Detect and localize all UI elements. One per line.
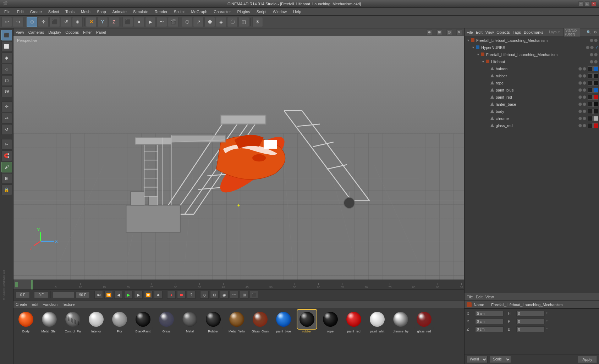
model-mode-button[interactable]: ⬛	[1, 30, 12, 40]
z-axis-button[interactable]: Z	[109, 17, 119, 27]
viewport-menu-display[interactable]: Display	[48, 30, 61, 34]
materials-menu-create[interactable]: Create	[16, 302, 27, 307]
viewport-menu-options[interactable]: Options	[65, 30, 79, 34]
tree-arrow-lifeboat[interactable]: ▼	[482, 60, 485, 64]
tree-render-lanter_base[interactable]	[583, 103, 586, 106]
tree-visibility-lifeboat[interactable]	[590, 60, 593, 64]
texture-mode-button[interactable]: ⬜	[1, 41, 12, 52]
material-item-chrome-hy[interactable]: chrome_hy	[390, 310, 412, 363]
record-button[interactable]: ●	[167, 291, 176, 299]
material-item-paint-red[interactable]: paint_red	[343, 310, 365, 363]
menubar-item-animate[interactable]: Animate	[110, 9, 130, 15]
current-frame-input[interactable]	[16, 292, 30, 298]
tree-visibility-glass_red[interactable]	[578, 124, 582, 127]
tree-render-hypernurbs[interactable]	[590, 46, 594, 49]
tree-render-freefall_obj[interactable]	[594, 53, 598, 56]
tree-render-body[interactable]	[583, 110, 586, 113]
attr-h-input[interactable]	[516, 311, 545, 316]
menubar-item-tools[interactable]: Tools	[62, 9, 77, 15]
tree-item-lifeboat[interactable]: ▼Lifeboat	[465, 58, 598, 65]
render-settings-button[interactable]: ⬛	[122, 17, 133, 27]
tree-render-freefall_mechanism[interactable]	[594, 39, 598, 42]
coord-system-select[interactable]: World Object	[467, 356, 488, 363]
motion-clip-button[interactable]: ⊞	[240, 291, 248, 299]
next-frame-button[interactable]: ⏩	[144, 291, 153, 299]
attr-menu-edit[interactable]: Edit	[476, 295, 483, 299]
frame-rate-input[interactable]	[53, 292, 74, 298]
timeline-ruler[interactable]: 051015202530354045505560657075808590	[31, 280, 464, 289]
redo-button[interactable]: ↪	[13, 17, 23, 27]
material-item-control-pa[interactable]: Control_Pa	[62, 310, 84, 363]
material-item-paint-whit[interactable]: paint_whit	[366, 310, 388, 363]
tree-item-rubber[interactable]: rubber	[465, 72, 598, 79]
go-start-button[interactable]: ⏮	[94, 291, 103, 299]
add-object-button[interactable]: ⊕	[72, 17, 83, 27]
tree-item-lanter_base[interactable]: lanter_base	[465, 101, 598, 108]
scale-tool-button[interactable]: ⬛	[49, 17, 60, 27]
magnet-button[interactable]: 🧲	[1, 150, 12, 161]
auto-key-button[interactable]: ⊡	[210, 291, 219, 299]
live-selection-button[interactable]: ✕	[86, 17, 97, 27]
tree-render-paint_red[interactable]	[583, 95, 586, 99]
settings-icon[interactable]: ⚙	[594, 30, 597, 34]
motion-button[interactable]: ◉	[220, 291, 229, 299]
scene-button[interactable]: 〇	[227, 17, 238, 27]
viewport[interactable]: Perspective	[13, 36, 464, 280]
tree-item-freefall_obj[interactable]: ▼Freefall_Lifeboat_Launching_Mechanism	[465, 51, 598, 58]
material-item-flor[interactable]: Flor	[109, 310, 131, 363]
material-item-body[interactable]: Body	[15, 310, 37, 363]
viewport-menu-filter[interactable]: Filter	[83, 30, 92, 34]
attr-b-input[interactable]	[516, 326, 545, 332]
menubar-item-help[interactable]: Help	[290, 9, 304, 15]
viewport-menu-cameras[interactable]: Cameras	[28, 30, 44, 34]
material-item-rubber[interactable]: Rubber	[202, 310, 224, 363]
material-item-metal-yello[interactable]: Metal_Yello	[226, 310, 248, 363]
maximize-button[interactable]: □	[585, 1, 590, 6]
material-item-metal[interactable]: Metal	[179, 310, 201, 363]
tree-visibility-freefall_mechanism[interactable]	[590, 39, 593, 42]
menubar-item-character[interactable]: Character	[211, 9, 233, 15]
tree-render-chrome[interactable]	[583, 117, 586, 120]
y-axis-button[interactable]: Y	[97, 17, 108, 27]
tree-render-lifeboat[interactable]	[594, 60, 598, 64]
materials-menu-edit[interactable]: Edit	[32, 302, 38, 307]
curve-button[interactable]: 〰	[230, 291, 238, 299]
tree-visibility-baloon[interactable]	[578, 67, 582, 71]
obj-menu-objects[interactable]: Objects	[496, 30, 510, 34]
paint-button[interactable]: 🖌	[1, 162, 12, 172]
undo-button[interactable]: ↩	[1, 17, 12, 27]
tree-render-baloon[interactable]	[583, 67, 586, 71]
end-frame-input[interactable]	[76, 292, 90, 298]
material-item-paint-blue[interactable]: paint_blue	[273, 310, 295, 363]
loop-button[interactable]: ?	[187, 291, 196, 299]
tree-render-rope[interactable]	[583, 81, 586, 85]
attr-y-input[interactable]	[475, 319, 504, 324]
scale-button[interactable]: ⇔	[1, 113, 12, 123]
attr-p-input[interactable]	[516, 319, 545, 324]
tree-item-paint_red[interactable]: paint_red	[465, 94, 598, 101]
obj-menu-file[interactable]: File	[467, 30, 473, 34]
tree-visibility-body[interactable]	[578, 110, 582, 113]
tree-item-rope[interactable]: rope	[465, 79, 598, 87]
attr-x-input[interactable]	[475, 311, 504, 316]
tree-render-glass_red[interactable]	[583, 124, 586, 127]
menubar-item-create[interactable]: Create	[27, 9, 45, 15]
tree-render-rubber[interactable]	[583, 74, 586, 78]
camera-button[interactable]: ◫	[238, 17, 249, 27]
tree-item-body[interactable]: body	[465, 108, 598, 115]
menubar-item-sculpt[interactable]: Sculpt	[171, 9, 188, 15]
deformer-button[interactable]: ◈	[216, 17, 226, 27]
menubar-item-file[interactable]: File	[1, 9, 13, 15]
polygon-mode-button[interactable]: ⬡	[1, 75, 12, 86]
menubar-item-edit[interactable]: Edit	[14, 9, 27, 15]
tree-item-baloon[interactable]: baloon	[465, 65, 598, 72]
viewport-ctrl-close[interactable]: ✕	[456, 29, 462, 35]
snap-button[interactable]: 🔒	[1, 184, 12, 195]
attr-z-input[interactable]	[475, 326, 504, 332]
playhead[interactable]	[31, 280, 33, 289]
play-button[interactable]: ▶	[124, 291, 133, 299]
point-mode-button[interactable]: ◆	[1, 53, 12, 63]
material-item-glass-red[interactable]: glass_red	[413, 310, 435, 363]
tree-visibility-rope[interactable]	[578, 81, 582, 85]
film-button[interactable]: 🎬	[168, 17, 178, 27]
